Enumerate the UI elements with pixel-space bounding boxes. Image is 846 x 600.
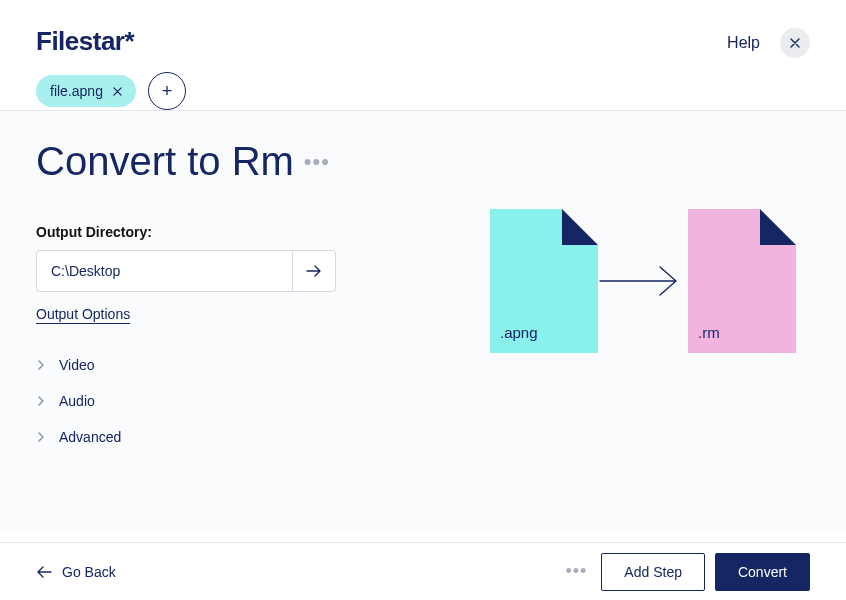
title-row: Convert to Rm ••• — [36, 139, 810, 184]
browse-directory-button[interactable] — [292, 250, 336, 292]
accordion-label: Audio — [59, 393, 95, 409]
output-directory-label: Output Directory: — [36, 224, 336, 240]
accordion-item-video[interactable]: Video — [36, 347, 336, 383]
settings-column: Output Directory: Output Options Video A… — [36, 224, 336, 455]
header-actions: Help — [727, 28, 810, 58]
add-file-button[interactable]: + — [148, 72, 186, 110]
page-title: Convert to Rm — [36, 139, 294, 184]
app-header: Filestar* Help — [0, 0, 846, 72]
arrow-left-icon — [36, 565, 52, 579]
output-directory-row — [36, 250, 336, 292]
file-fold-icon — [562, 209, 598, 245]
close-icon — [790, 38, 800, 48]
plus-icon: + — [162, 81, 173, 102]
main-content: Convert to Rm ••• Output Directory: Outp… — [0, 110, 846, 530]
accordion-item-advanced[interactable]: Advanced — [36, 419, 336, 455]
arrow-icon — [598, 261, 688, 301]
settings-accordion: Video Audio Advanced — [36, 347, 336, 455]
footer-bar: Go Back ••• Add Step Convert — [0, 542, 846, 600]
accordion-label: Advanced — [59, 429, 121, 445]
source-ext-label: .apng — [500, 324, 538, 341]
output-options-link[interactable]: Output Options — [36, 306, 130, 322]
target-ext-label: .rm — [698, 324, 720, 341]
arrow-right-icon — [306, 264, 322, 278]
accordion-label: Video — [59, 357, 95, 373]
go-back-button[interactable]: Go Back — [36, 564, 116, 580]
remove-file-icon[interactable] — [113, 84, 122, 99]
close-button[interactable] — [780, 28, 810, 58]
file-chip-label: file.apng — [50, 83, 103, 99]
brand-logo: Filestar* — [36, 28, 134, 54]
chevron-right-icon — [38, 394, 45, 409]
add-step-button[interactable]: Add Step — [601, 553, 705, 591]
file-chip[interactable]: file.apng — [36, 75, 136, 107]
source-file-card: .apng — [490, 209, 598, 353]
help-link[interactable]: Help — [727, 34, 760, 52]
chevron-right-icon — [38, 430, 45, 445]
title-more-icon[interactable]: ••• — [304, 149, 330, 175]
conversion-illustration: .apng .rm — [490, 209, 796, 353]
footer-actions: ••• Add Step Convert — [565, 553, 810, 591]
more-options-icon[interactable]: ••• — [565, 561, 587, 582]
file-fold-icon — [760, 209, 796, 245]
file-chip-row: file.apng + — [0, 72, 846, 110]
target-file-card: .rm — [688, 209, 796, 353]
output-directory-input[interactable] — [36, 250, 292, 292]
chevron-right-icon — [38, 358, 45, 373]
convert-button[interactable]: Convert — [715, 553, 810, 591]
accordion-item-audio[interactable]: Audio — [36, 383, 336, 419]
go-back-label: Go Back — [62, 564, 116, 580]
